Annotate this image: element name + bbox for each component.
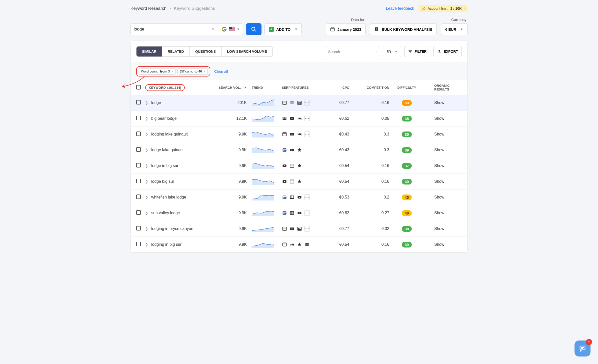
- row-checkbox[interactable]: [136, 116, 141, 120]
- search-vol-cell: 9.9K: [217, 195, 247, 200]
- col-cpc[interactable]: CPC: [322, 86, 349, 90]
- export-button[interactable]: EXPORT: [433, 46, 462, 57]
- limit-prefix: Account limit:: [428, 6, 448, 10]
- row-checkbox[interactable]: [136, 132, 141, 136]
- tab-related[interactable]: RELATED: [162, 46, 190, 56]
- trend-cell: [247, 146, 282, 154]
- keyword-text[interactable]: lodge lake quinault: [151, 148, 184, 152]
- more-serp-icon[interactable]: [304, 100, 310, 106]
- more-serp-icon[interactable]: [304, 226, 310, 232]
- table-search-input[interactable]: [328, 50, 376, 54]
- expand-icon[interactable]: ❯: [145, 180, 148, 184]
- filter-chip-wordcount[interactable]: Word count: from 3 ×: [139, 68, 176, 74]
- remove-filter-icon[interactable]: ×: [204, 70, 206, 73]
- filter-button[interactable]: FILTER: [404, 46, 430, 57]
- more-serp-icon[interactable]: [304, 132, 310, 137]
- account-limit-badge[interactable]: Account limit: 2 / 10K i: [418, 5, 468, 12]
- row-checkbox[interactable]: [136, 194, 141, 199]
- row-checkbox[interactable]: [136, 179, 141, 183]
- clear-input-icon[interactable]: ×: [210, 27, 217, 32]
- more-serp-icon[interactable]: [304, 194, 310, 200]
- expand-icon[interactable]: ❯: [145, 211, 148, 215]
- keyword-text[interactable]: sun valley lodge: [151, 211, 180, 215]
- row-checkbox[interactable]: [136, 147, 141, 152]
- expand-icon[interactable]: ❯: [145, 116, 148, 120]
- col-organic[interactable]: ORGANIC RESULTS: [424, 84, 462, 91]
- organic-cell[interactable]: Show: [424, 148, 462, 152]
- keyword-text[interactable]: lodging in big sur: [151, 242, 182, 247]
- expand-icon[interactable]: ❯: [145, 195, 148, 199]
- col-difficulty[interactable]: DIFFICULTY: [389, 86, 424, 90]
- search-button[interactable]: [246, 23, 262, 35]
- keyword-input-wrap[interactable]: × ▼: [130, 23, 243, 35]
- organic-cell[interactable]: Show: [424, 164, 462, 168]
- keyword-text[interactable]: lodge big sur: [151, 179, 174, 184]
- expand-icon[interactable]: ❯: [145, 164, 148, 168]
- row-checkbox[interactable]: [136, 226, 141, 230]
- svg-point-17: [306, 134, 306, 135]
- flag-us-icon[interactable]: [229, 27, 235, 32]
- keyword-header-badge[interactable]: KEYWORD (161,314): [145, 84, 185, 91]
- clear-all-link[interactable]: Clear all: [214, 69, 228, 74]
- row-checkbox[interactable]: [136, 210, 141, 215]
- leave-feedback-link[interactable]: Leave feedback: [386, 6, 414, 11]
- chevron-down-icon[interactable]: ▼: [237, 28, 240, 31]
- filter-chip-difficulty[interactable]: Difficulty: to 40 ×: [178, 68, 208, 74]
- bulk-analysis-button[interactable]: BULK KEYWORD ANALYSIS: [370, 23, 436, 35]
- tab-low-search-volume[interactable]: LOW SEARCH VOLUME: [222, 46, 272, 56]
- competition-cell: 0.16: [349, 179, 389, 184]
- expand-icon[interactable]: ❯: [145, 242, 148, 246]
- tab-questions[interactable]: QUESTIONS: [190, 46, 222, 56]
- more-serp-icon[interactable]: [304, 210, 310, 216]
- organic-cell[interactable]: Show: [424, 132, 462, 136]
- table-row: ❯ big bear lodge 12.1K €0.62 0.05 35 Sho…: [131, 111, 467, 126]
- keyword-text[interactable]: lodge in big sur: [151, 164, 178, 168]
- more-serp-icon[interactable]: [304, 116, 310, 121]
- table-search[interactable]: [325, 46, 380, 57]
- keyword-text[interactable]: whitefish lake lodge: [151, 195, 186, 200]
- organic-cell[interactable]: Show: [424, 242, 462, 247]
- organic-cell[interactable]: Show: [424, 116, 462, 121]
- col-serp[interactable]: SERP FEATURES: [282, 86, 322, 90]
- date-value: January 2023: [338, 27, 361, 32]
- breadcrumb-root[interactable]: Keyword Research: [130, 6, 166, 11]
- difficulty-cell: 38: [389, 226, 424, 232]
- expand-icon[interactable]: ❯: [145, 227, 148, 231]
- keyword-text[interactable]: lodge: [151, 100, 161, 105]
- organic-cell[interactable]: Show: [424, 179, 462, 184]
- keyword-text[interactable]: lodging lake quinault: [151, 132, 188, 136]
- google-icon[interactable]: [222, 27, 227, 32]
- add-to-button[interactable]: + ADD TO ▼: [264, 23, 302, 35]
- row-checkbox[interactable]: [136, 100, 141, 104]
- cpc-cell: €0.77: [322, 100, 349, 105]
- expand-icon[interactable]: ❯: [145, 148, 148, 152]
- organic-cell[interactable]: Show: [424, 211, 462, 215]
- tab-similar[interactable]: SIMILAR: [136, 46, 162, 56]
- currency-select[interactable]: € EUR ▼: [441, 23, 468, 35]
- hotel-serp-icon: [297, 132, 302, 137]
- competition-cell: 0.16: [349, 100, 389, 105]
- col-competition[interactable]: COMPETITION: [349, 86, 389, 90]
- row-checkbox[interactable]: [136, 242, 141, 246]
- expand-icon[interactable]: ❯: [145, 101, 148, 105]
- keyword-text[interactable]: big bear lodge: [151, 116, 176, 121]
- organic-cell[interactable]: Show: [424, 100, 462, 105]
- row-checkbox[interactable]: [136, 163, 141, 168]
- svg-point-47: [308, 228, 309, 229]
- date-picker-button[interactable]: January 2023: [326, 23, 366, 35]
- breadcrumb-leaf: Keyword Suggestions: [174, 6, 215, 11]
- organic-cell[interactable]: Show: [424, 195, 462, 200]
- serp-cell: G: [282, 147, 322, 153]
- hotel-serp-icon: [289, 242, 295, 247]
- keyword-text[interactable]: lodging in bryce canyon: [151, 226, 193, 231]
- expand-icon[interactable]: ❯: [145, 132, 148, 136]
- col-trend[interactable]: TREND: [247, 86, 282, 90]
- organic-cell[interactable]: Show: [424, 226, 462, 231]
- col-search-vol[interactable]: SEARCH VOL. ▼: [217, 86, 247, 90]
- remove-filter-icon[interactable]: ×: [172, 70, 174, 73]
- list-serp-icon: [304, 242, 310, 247]
- keyword-input[interactable]: [134, 27, 210, 32]
- copy-button[interactable]: ▼: [383, 46, 402, 57]
- currency-value: € EUR: [445, 27, 456, 32]
- difficulty-cell: 40: [389, 194, 424, 200]
